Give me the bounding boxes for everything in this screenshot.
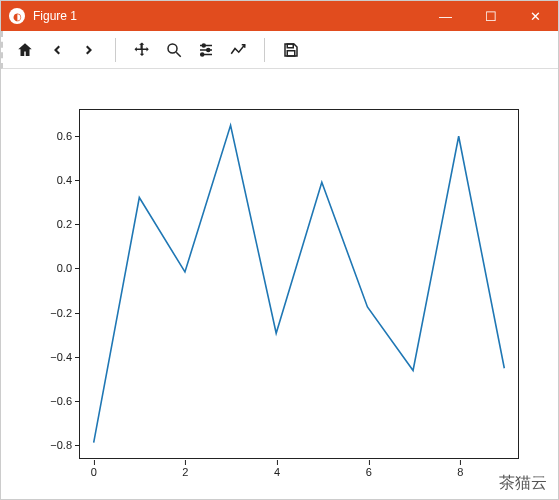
y-tick-label: 0.2: [32, 218, 72, 230]
svg-point-0: [168, 44, 177, 53]
edit-button[interactable]: [224, 36, 252, 64]
forward-button[interactable]: [75, 36, 103, 64]
data-line: [94, 125, 505, 442]
forward-icon: [80, 41, 98, 59]
x-tick-label: 8: [457, 466, 463, 478]
toolbar: [1, 31, 558, 69]
window-title: Figure 1: [33, 9, 423, 23]
back-icon: [48, 41, 66, 59]
watermark: 茶猫云: [499, 473, 547, 494]
x-tick-label: 0: [91, 466, 97, 478]
save-icon: [282, 41, 300, 59]
svg-point-7: [201, 53, 204, 56]
pan-button[interactable]: [128, 36, 156, 64]
toolbar-separator: [115, 38, 116, 62]
svg-rect-8: [287, 44, 293, 48]
y-tick-label: −0.2: [32, 307, 72, 319]
y-tick-label: 0.4: [32, 174, 72, 186]
svg-rect-9: [287, 50, 295, 55]
svg-point-5: [207, 48, 210, 51]
configure-icon: [197, 41, 215, 59]
figure-window: ◐ Figure 1 — ☐ ✕: [0, 0, 559, 500]
x-tick-label: 6: [366, 466, 372, 478]
home-icon: [16, 41, 34, 59]
maximize-button[interactable]: ☐: [468, 1, 513, 31]
save-button[interactable]: [277, 36, 305, 64]
y-tick-label: −0.4: [32, 351, 72, 363]
svg-point-3: [202, 44, 205, 47]
titlebar: ◐ Figure 1 — ☐ ✕: [1, 1, 558, 31]
configure-button[interactable]: [192, 36, 220, 64]
minimize-button[interactable]: —: [423, 1, 468, 31]
axes: −0.8−0.6−0.4−0.20.00.20.40.602468: [79, 109, 519, 459]
toolbar-separator: [264, 38, 265, 62]
y-tick-label: 0.6: [32, 130, 72, 142]
x-tick-label: 2: [182, 466, 188, 478]
x-tick-label: 4: [274, 466, 280, 478]
close-button[interactable]: ✕: [513, 1, 558, 31]
plot-area[interactable]: −0.8−0.6−0.4−0.20.00.20.40.602468: [1, 69, 558, 499]
y-tick-label: −0.8: [32, 439, 72, 451]
svg-line-1: [176, 52, 181, 57]
back-button[interactable]: [43, 36, 71, 64]
pan-icon: [133, 41, 151, 59]
zoom-button[interactable]: [160, 36, 188, 64]
line-plot: [80, 110, 518, 458]
zoom-icon: [165, 41, 183, 59]
y-tick-label: −0.6: [32, 395, 72, 407]
y-tick-label: 0.0: [32, 262, 72, 274]
edit-icon: [229, 41, 247, 59]
home-button[interactable]: [11, 36, 39, 64]
app-icon: ◐: [9, 8, 25, 24]
